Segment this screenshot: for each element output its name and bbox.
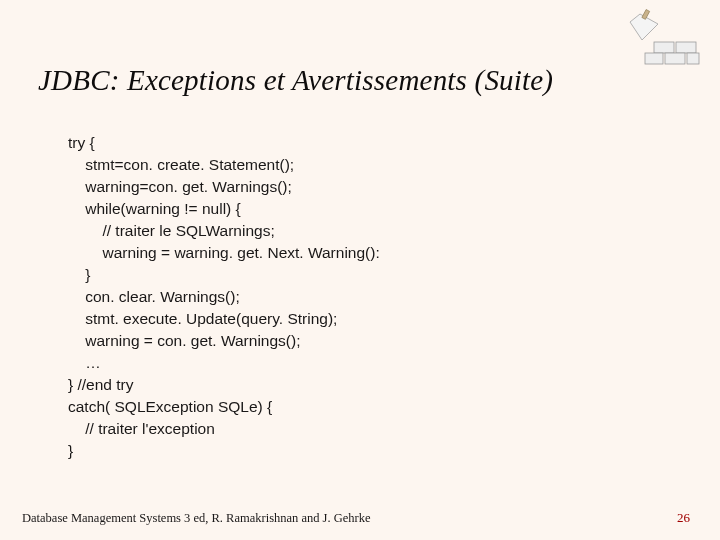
trowel-bricks-icon xyxy=(612,8,702,68)
svg-rect-3 xyxy=(687,53,699,64)
svg-rect-2 xyxy=(665,53,685,64)
svg-rect-5 xyxy=(642,10,650,20)
page-number: 26 xyxy=(677,510,690,526)
svg-rect-1 xyxy=(676,42,696,53)
slide-title: JDBC: Exceptions et Avertissements (Suit… xyxy=(38,64,553,97)
code-block: try { stmt=con. create. Statement(); war… xyxy=(68,132,380,462)
svg-rect-4 xyxy=(645,53,663,64)
footer-citation: Database Management Systems 3 ed, R. Ram… xyxy=(22,511,371,526)
svg-rect-0 xyxy=(654,42,674,53)
